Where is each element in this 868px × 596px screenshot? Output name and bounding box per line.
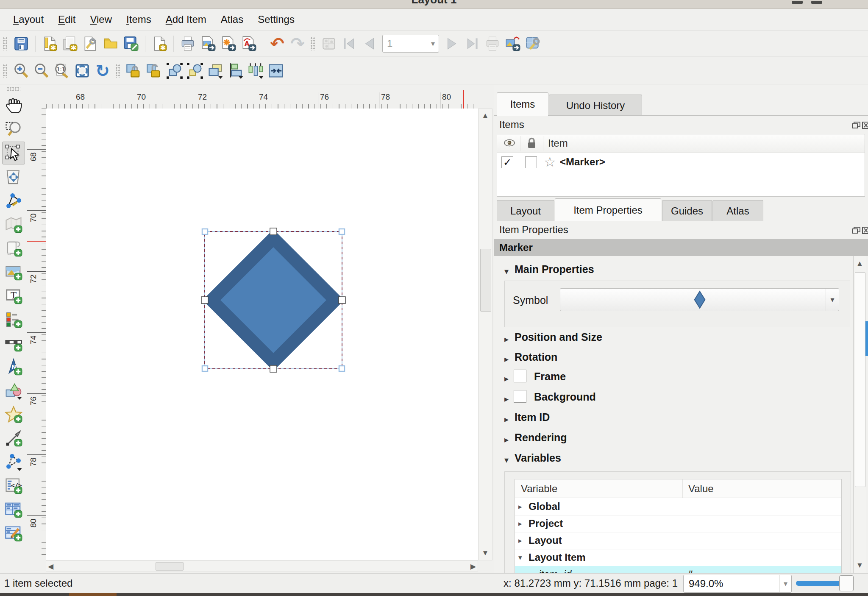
minimize-button[interactable] bbox=[792, 1, 803, 4]
tab-item-properties[interactable]: Item Properties bbox=[555, 198, 661, 221]
ungroup-items-icon[interactable] bbox=[185, 61, 205, 81]
menu-layout[interactable]: Layout bbox=[6, 14, 51, 25]
scrollbar-thumb[interactable] bbox=[156, 562, 184, 571]
tab-atlas[interactable]: Atlas bbox=[712, 200, 763, 221]
add-node-item-icon[interactable] bbox=[3, 451, 25, 473]
scroll-left-icon[interactable]: ◀ bbox=[48, 562, 53, 571]
canvas-vertical-scrollbar[interactable]: ▲ ▼ bbox=[478, 109, 492, 560]
add-north-arrow-icon[interactable]: N bbox=[3, 356, 25, 378]
add-scalebar-icon[interactable] bbox=[3, 332, 25, 354]
next-feature-icon[interactable] bbox=[442, 33, 462, 54]
tab-undo-history[interactable]: Undo History bbox=[549, 95, 642, 116]
canvas-horizontal-scrollbar[interactable]: ◀ ▶ bbox=[46, 560, 478, 571]
tab-layout[interactable]: Layout bbox=[497, 200, 554, 221]
variable-group-layout-item[interactable]: ▾Layout Item bbox=[515, 549, 841, 566]
section-rotation[interactable]: Rotation bbox=[515, 351, 557, 363]
menu-edit[interactable]: Edit bbox=[51, 14, 83, 25]
section-variables[interactable]: Variables bbox=[515, 452, 561, 464]
panel-vertical-scrollbar[interactable]: ▲ ▼ bbox=[853, 256, 866, 573]
chevron-down-icon[interactable]: ▾ bbox=[826, 289, 839, 311]
export-pdf-icon[interactable]: A bbox=[239, 33, 259, 54]
zoom-actual-icon[interactable]: 1:1 bbox=[52, 61, 72, 81]
zoom-out-icon[interactable] bbox=[31, 61, 52, 81]
collapse-arrow-icon[interactable]: ▾ bbox=[504, 266, 509, 276]
refresh-icon[interactable]: ↻ bbox=[92, 61, 113, 81]
scrollbar-thumb[interactable] bbox=[480, 249, 491, 312]
scroll-up-icon[interactable]: ▲ bbox=[854, 259, 866, 268]
selected-marker-item[interactable] bbox=[196, 223, 353, 380]
move-item-content-icon[interactable] bbox=[3, 166, 25, 188]
edit-nodes-item-icon[interactable] bbox=[3, 190, 25, 212]
expand-arrow-icon[interactable]: ▸ bbox=[504, 434, 509, 445]
collapse-arrow-icon[interactable]: ▾ bbox=[504, 455, 509, 465]
maximize-button[interactable] bbox=[811, 1, 822, 4]
lock-checkbox[interactable] bbox=[525, 156, 537, 168]
add-legend-icon[interactable] bbox=[3, 309, 25, 331]
expand-arrow-icon[interactable]: ▸ bbox=[504, 394, 509, 404]
zoom-in-icon[interactable] bbox=[11, 61, 31, 81]
section-rendering[interactable]: Rendering bbox=[515, 432, 567, 444]
print-atlas-icon[interactable] bbox=[482, 33, 503, 54]
print-layout-icon[interactable] bbox=[178, 33, 198, 54]
section-frame[interactable]: Frame bbox=[534, 370, 566, 383]
preview-atlas-icon[interactable] bbox=[319, 33, 339, 54]
variable-group-project[interactable]: ▸Project bbox=[515, 515, 841, 532]
first-feature-icon[interactable] bbox=[339, 33, 359, 54]
frame-checkbox[interactable] bbox=[514, 370, 526, 382]
section-item-id[interactable]: Item ID bbox=[515, 411, 550, 423]
export-svg-icon[interactable] bbox=[218, 33, 239, 54]
add-3d-map-icon[interactable] bbox=[3, 237, 25, 259]
toolbar-drag-handle[interactable] bbox=[3, 64, 8, 78]
scroll-up-icon[interactable]: ▲ bbox=[479, 111, 492, 120]
expand-arrow-icon[interactable]: ▸ bbox=[504, 334, 509, 344]
zoom-tool-icon[interactable] bbox=[3, 118, 25, 140]
previous-feature-icon[interactable] bbox=[359, 33, 380, 54]
open-folder-icon[interactable] bbox=[100, 33, 121, 54]
item-row-marker[interactable]: ✓ ☆ <Marker> bbox=[497, 153, 865, 171]
add-attribute-table-icon[interactable] bbox=[3, 499, 25, 521]
duplicate-layout-icon[interactable] bbox=[60, 33, 80, 54]
add-map-icon[interactable] bbox=[3, 214, 25, 236]
toolbar-drag-handle[interactable] bbox=[7, 86, 20, 91]
float-panel-icon[interactable] bbox=[851, 226, 861, 234]
menu-items[interactable]: Items bbox=[119, 14, 159, 25]
add-marker-icon[interactable] bbox=[3, 404, 25, 426]
background-checkbox[interactable] bbox=[514, 390, 526, 403]
scrollbar-thumb[interactable] bbox=[855, 272, 865, 487]
zoom-slider-handle[interactable] bbox=[839, 575, 854, 591]
tab-items[interactable]: Items bbox=[497, 92, 548, 116]
scroll-down-icon[interactable]: ▼ bbox=[854, 561, 866, 570]
layout-canvas[interactable] bbox=[46, 109, 478, 560]
add-arrow-icon[interactable] bbox=[3, 427, 25, 449]
new-layout-icon[interactable] bbox=[39, 33, 60, 54]
section-background[interactable]: Background bbox=[534, 391, 596, 403]
menu-view[interactable]: View bbox=[83, 14, 119, 25]
atlas-settings-icon[interactable] bbox=[523, 33, 543, 54]
add-shape-icon[interactable] bbox=[3, 380, 25, 402]
select-move-item-icon[interactable] bbox=[2, 142, 25, 164]
toolbar-drag-handle[interactable] bbox=[115, 64, 120, 78]
close-panel-icon[interactable] bbox=[861, 121, 868, 129]
last-feature-icon[interactable] bbox=[462, 33, 482, 54]
menu-add-item[interactable]: Add Item bbox=[159, 14, 214, 25]
float-panel-icon[interactable] bbox=[851, 121, 861, 129]
tab-guides[interactable]: Guides bbox=[662, 200, 712, 221]
save-as-template-icon[interactable] bbox=[121, 33, 141, 54]
add-picture-icon[interactable] bbox=[3, 261, 25, 283]
scroll-right-icon[interactable]: ▶ bbox=[470, 562, 476, 571]
layout-manager-icon[interactable] bbox=[80, 33, 100, 54]
atlas-feature-combo[interactable]: 1▾ bbox=[382, 35, 439, 53]
distribute-items-icon[interactable] bbox=[246, 61, 266, 81]
scroll-down-icon[interactable]: ▼ bbox=[479, 549, 492, 557]
menu-settings[interactable]: Settings bbox=[250, 14, 302, 25]
toolbar-drag-handle[interactable] bbox=[3, 37, 8, 50]
visibility-checkbox[interactable]: ✓ bbox=[501, 156, 513, 168]
lock-selected-items-icon[interactable] bbox=[124, 61, 144, 81]
save-project-icon[interactable] bbox=[11, 33, 31, 54]
unlock-all-items-icon[interactable] bbox=[144, 61, 164, 81]
add-label-icon[interactable]: T bbox=[3, 285, 25, 307]
resize-selected-items-icon[interactable] bbox=[266, 61, 287, 81]
expand-arrow-icon[interactable]: ▸ bbox=[504, 373, 509, 384]
export-image-icon[interactable] bbox=[198, 33, 218, 54]
export-atlas-icon[interactable] bbox=[503, 33, 523, 54]
